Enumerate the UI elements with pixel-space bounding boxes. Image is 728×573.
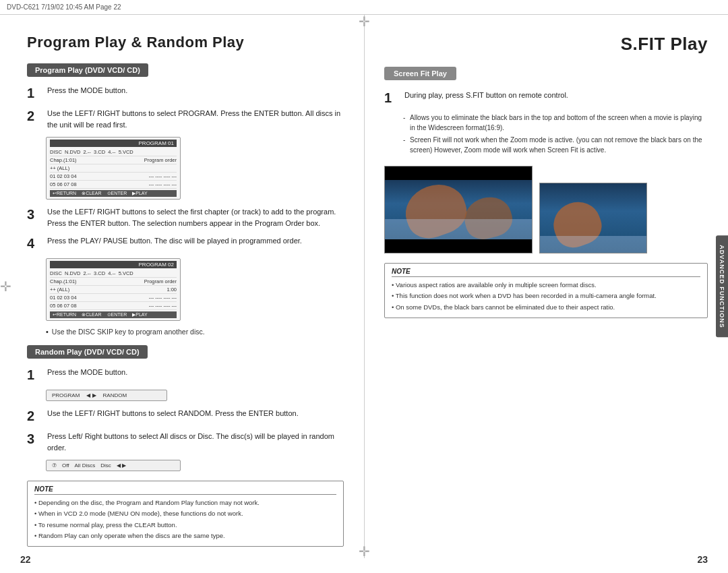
random-step-2: 2 Use the LEFT/ RIGHT buttons to select … [27,408,344,424]
note-text: • Various aspect ratios are available on… [392,280,700,312]
step-text: Use the LEFT/ RIGHT buttons to select RA… [47,408,344,424]
bullet-skip: • Use the DISC SKIP key to program anoth… [46,328,344,336]
desc-item-2: Screen Fit will not work when the Zoom m… [403,135,708,155]
note-item: • On some DVDs, the black bars cannot be… [392,303,700,312]
desc-container: Allows you to eliminate the black bars i… [403,113,708,155]
program-step-4: 4 Press the PLAY/ PAUSE button. The disc… [27,235,344,251]
random-section: Random Play (DVD/ VCD/ CD) 1 Press the M… [27,345,344,471]
screen-row: Chap.(1:01) Program order [50,156,177,164]
program-step-2: 2 Use the LEFT/ RIGHT buttons to select … [27,108,344,130]
screen-row: ++ (ALL) 1:00 [50,286,177,294]
screen-fit-header: Screen Fit Play [384,67,456,80]
step-number: 3 [27,206,42,229]
screen-row: 01 02 03 04 --- ---- ---- --- [50,294,177,302]
random-bar-text: PROGRAM [52,392,80,398]
page-number-right: 23 [697,554,708,565]
note-item: • This function does not work when a DVD… [392,291,700,301]
random-step-1: 1 Press the MODE button. [27,367,344,383]
step-number: 2 [27,408,42,424]
screen-mock-2: PROGRAM 02 DISC N.DVD 2.-- 3.CD 4.-- 5.V… [46,258,181,321]
step-text: During play, press S.FIT button on remot… [404,90,708,106]
screen-row: ++ (ALL) [50,164,177,173]
step-number: 1 [27,367,42,383]
screen-row: DISC N.DVD 2.-- 3.CD 4.-- 5.VCD [50,270,177,278]
step-number: 1 [384,90,399,106]
program-02-label: PROGRAM 02 [139,262,174,268]
note-item: • Random Play can only operate when the … [34,531,336,541]
step-number: 2 [27,108,42,130]
step-text: Press the MODE button. [47,85,344,101]
random-steps: 1 Press the MODE button. PROGRAM ◀ ▶ RAN… [27,367,344,471]
screen-mock-2-header: PROGRAM 02 [50,261,177,268]
program-step-3: 3 Use the LEFT/ RIGHT buttons to select … [27,206,344,229]
sfit-step-1: 1 During play, press S.FIT button on rem… [384,90,708,106]
note-text: • Depending on the disc, the Program and… [34,498,336,541]
step-number: 1 [27,85,42,101]
page-number-left: 22 [20,554,31,565]
screen-footer-bar: ↩RETURN ⊗CLEAR ⊙ENTER ▶PLAY [50,190,177,197]
left-note-box: NOTE • Depending on the disc, the Progra… [27,481,344,547]
alldisc-bar: ⑦ Off All Discs Disc ◀ ▶ [46,460,181,471]
step-text: Use the LEFT/ RIGHT buttons to select PR… [47,108,344,130]
screen-footer-bar-2: ↩RETURN ⊗CLEAR ⊙ENTER ▶PLAY [50,311,177,318]
screen-row: DISC N.DVD 2.-- 3.CD 4.-- 5.VCD [50,148,177,156]
program-01-label: PROGRAM 01 [139,140,174,146]
note-item: • To resume normal play, press the CLEAR… [34,520,336,530]
screen-row: 01 02 03 04 --- ---- ---- --- [50,173,177,181]
header-text: DVD-C621 7/19/02 10:45 AM Page 22 [7,3,121,11]
program-play-header: Program Play (DVD/ VCD/ CD) [27,63,148,77]
right-note-box: NOTE • Various aspect ratios are availab… [384,263,708,318]
step-text: Press Left/ Right buttons to select All … [47,431,344,453]
advanced-tab-text: ADVANCED FUNCTIONS [719,245,725,328]
left-page-title: Program Play & Random Play [27,34,344,51]
note-item: • Depending on the disc, the Program and… [34,498,336,508]
screen-mock-1: PROGRAM 01 DISC N.DVD 2.-- 3.CD 4.-- 5.V… [46,137,181,200]
step-text: Press the MODE button. [47,367,344,383]
note-label: NOTE [34,485,336,495]
program-step-1: 1 Press the MODE button. [27,85,344,101]
step-text: Press the PLAY/ PAUSE button. The disc w… [47,235,344,251]
screen-row: 05 06 07 08 --- ---- ---- --- [50,181,177,189]
desc-item-1: Allows you to eliminate the black bars i… [403,113,708,133]
left-page: Program Play & Random Play Program Play … [0,15,364,558]
step-number: 4 [27,235,42,251]
note-item: • Various aspect ratios are available on… [392,280,700,290]
random-bar: PROGRAM ◀ ▶ RANDOM [46,390,167,401]
wide-screen-image [384,166,533,253]
right-page-title: S.FIT Play [384,34,708,55]
note-label: NOTE [392,268,700,277]
header-bar: DVD-C621 7/19/02 10:45 AM Page 22 [0,0,728,15]
advanced-functions-tab: ADVANCED FUNCTIONS [716,235,728,337]
step-number: 3 [27,431,42,453]
program-steps: 1 Press the MODE button. 2 Use the LEFT/… [27,85,344,336]
right-page: S.FIT Play Screen Fit Play 1 During play… [364,15,728,558]
step-text: Use the LEFT/ RIGHT buttons to select th… [47,206,344,229]
random-step-3: 3 Press Left/ Right buttons to select Al… [27,431,344,453]
note-item: • When in VCD 2.0 mode (MENU ON mode), t… [34,509,336,518]
screen-row: 05 06 07 08 --- ---- ---- --- [50,302,177,310]
images-section [384,166,708,253]
random-play-header: Random Play (DVD/ VCD/ CD) [27,345,148,359]
screen-row: Chap.(1:01) Program order [50,278,177,286]
bullet-text: Use the DISC SKIP key to program another… [52,328,205,336]
narrow-screen-image [539,183,647,253]
screen-mock-1-header: PROGRAM 01 [50,140,177,147]
